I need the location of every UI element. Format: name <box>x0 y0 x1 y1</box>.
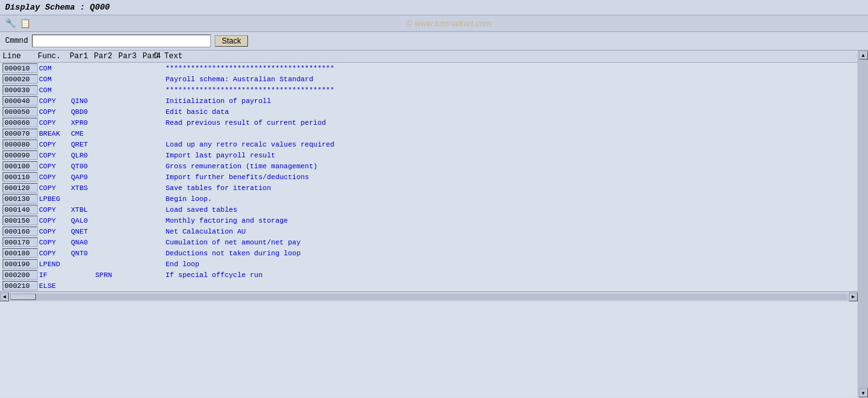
cell-par1: QNA0 <box>70 239 94 246</box>
cell-line: 000200 <box>3 270 38 280</box>
cell-par1: XPR0 <box>70 119 94 127</box>
cell-func: COPY <box>38 184 70 192</box>
cell-par1: QNT0 <box>70 250 94 257</box>
cell-text: Import last payroll result <box>164 152 855 159</box>
cell-func: COPY <box>38 119 70 127</box>
cell-text: Payroll schema: Australian Standard <box>164 76 855 83</box>
cell-par1: XTBS <box>70 184 94 192</box>
table-row[interactable]: 000020 COM Payroll schema: Australian St… <box>0 74 858 84</box>
cell-line: 000110 <box>3 172 38 182</box>
cell-text: Cumulation of net amount/net pay <box>164 239 855 246</box>
title-bar: Display Schema : Q000 <box>0 0 868 15</box>
command-input[interactable] <box>32 35 211 47</box>
cell-text: Edit basic data <box>164 108 855 116</box>
table-row[interactable]: 000150 COPY QAL0 Monthly factoring and s… <box>0 215 858 226</box>
cell-line: 000050 <box>3 107 38 116</box>
rows-container: 000010 COM *****************************… <box>0 63 858 291</box>
table-row[interactable]: 000210 ELSE <box>0 280 858 291</box>
cell-func: COPY <box>38 163 70 170</box>
cell-par1: CME <box>70 130 94 138</box>
cell-func: COPY <box>38 228 70 235</box>
col-header-par1: Par1 <box>70 52 94 61</box>
cell-line: 000210 <box>3 281 38 291</box>
toolbar: 🔧 📋 © www.tutorialkart.com <box>0 15 868 32</box>
table-row[interactable]: 000140 COPY XTBL Load saved tables <box>0 204 858 215</box>
scroll-h-track <box>10 294 848 300</box>
scroll-left-arrow[interactable]: ◀ <box>0 292 9 301</box>
cell-line: 000160 <box>3 227 38 236</box>
cell-line: 000120 <box>3 183 38 193</box>
col-header-line: Line <box>3 52 38 61</box>
table-row[interactable]: 000120 COPY XTBS Save tables for iterati… <box>0 182 858 193</box>
col-header-func: Func. <box>38 52 70 61</box>
table-row[interactable]: 000190 LPEND End loop <box>0 259 858 269</box>
table-row[interactable]: 000010 COM *****************************… <box>0 63 858 74</box>
table-row[interactable]: 000170 COPY QNA0 Cumulation of net amoun… <box>0 237 858 248</box>
command-bar: Cmmnd Stack <box>0 32 868 51</box>
table-row[interactable]: 000080 COPY QRET Load up any retro recal… <box>0 139 858 150</box>
cell-text: Save tables for iteration <box>164 184 855 192</box>
cell-par1: QLR0 <box>70 152 94 159</box>
cell-line: 000150 <box>3 216 38 225</box>
cell-par2: SPRN <box>94 271 118 279</box>
cell-func: COPY <box>38 97 70 105</box>
table-row[interactable]: 000040 COPY QIN0 Initialization of payro… <box>0 95 858 106</box>
cell-par1: XTBL <box>70 206 94 214</box>
cell-par1: QAP0 <box>70 173 94 181</box>
table-row[interactable]: 000180 COPY QNT0 Deductions not taken du… <box>0 248 858 259</box>
bottom-scrollbar: ◀ ▶ <box>0 291 858 301</box>
table-row[interactable]: 000110 COPY QAP0 Import further benefits… <box>0 171 858 182</box>
cell-line: 000080 <box>3 139 38 149</box>
cell-line: 000060 <box>3 118 38 127</box>
main-area: Line Func. Par1 Par2 Par3 Par4 D Text 00… <box>0 51 868 397</box>
table-row[interactable]: 000070 BREAK CME <box>0 128 858 139</box>
command-label: Cmmnd <box>5 36 28 45</box>
table-row[interactable]: 000130 LPBEG Begin loop. <box>0 193 858 204</box>
col-header-par2: Par2 <box>94 52 118 61</box>
tool-icon-2[interactable]: 📋 <box>20 18 31 29</box>
col-header-text: Text <box>164 52 855 61</box>
cell-par1: QT00 <box>70 163 94 170</box>
cell-func: COPY <box>38 108 70 116</box>
table-container: Line Func. Par1 Par2 Par3 Par4 D Text 00… <box>0 51 858 397</box>
cell-func: ELSE <box>38 282 70 290</box>
table-row[interactable]: 000090 COPY QLR0 Import last payroll res… <box>0 150 858 161</box>
cell-par1: QIN0 <box>70 97 94 105</box>
scroll-down-arrow[interactable]: ▼ <box>859 388 868 397</box>
stack-button[interactable]: Stack <box>215 35 248 47</box>
scroll-up-arrow[interactable]: ▲ <box>859 51 868 60</box>
cell-text: Begin loop. <box>164 195 855 203</box>
cell-func: COPY <box>38 152 70 159</box>
cell-par1: QAL0 <box>70 217 94 225</box>
table-row[interactable]: 000030 COM *****************************… <box>0 84 858 95</box>
watermark: © www.tutorialkart.com <box>35 19 863 28</box>
cell-text: End loop <box>164 260 855 268</box>
cell-par1: QRET <box>70 141 94 148</box>
tool-icon-1[interactable]: 🔧 <box>5 18 16 29</box>
table-row[interactable]: 000100 COPY QT00 Gross remuneration (tim… <box>0 161 858 171</box>
table-row[interactable]: 000050 COPY QBD0 Edit basic data <box>0 106 858 117</box>
table-row[interactable]: 000060 COPY XPR0 Read previous result of… <box>0 117 858 128</box>
cell-func: LPEND <box>38 260 70 268</box>
cell-line: 000100 <box>3 161 38 171</box>
cell-line: 000070 <box>3 129 38 138</box>
cell-text: Load up any retro recalc values required <box>164 141 855 148</box>
scroll-right-arrow[interactable]: ▶ <box>849 292 858 301</box>
cell-line: 000030 <box>3 85 38 95</box>
cell-line: 000010 <box>3 63 38 73</box>
cell-text: If special offcycle run <box>164 271 855 279</box>
cell-func: COPY <box>38 206 70 214</box>
cell-line: 000170 <box>3 237 38 247</box>
col-header-d: D <box>154 52 164 61</box>
cell-text: **************************************** <box>164 86 855 94</box>
cell-func: COPY <box>38 239 70 246</box>
cell-line: 000140 <box>3 205 38 214</box>
cell-func: COPY <box>38 173 70 181</box>
scroll-v-track <box>859 60 868 388</box>
table-row[interactable]: 000200 IF SPRN If special offcycle run <box>0 269 858 280</box>
table-row[interactable]: 000160 COPY QNET Net Calaculation AU <box>0 226 858 237</box>
cell-text: **************************************** <box>164 65 855 72</box>
cell-par1: QNET <box>70 228 94 235</box>
cell-text: Net Calaculation AU <box>164 228 855 235</box>
scroll-h-thumb[interactable] <box>10 294 36 300</box>
